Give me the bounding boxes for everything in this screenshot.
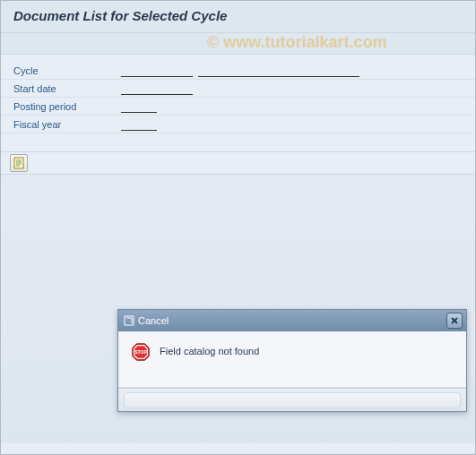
dialog-statusbar (118, 388, 466, 411)
row-cycle: Cycle (1, 62, 475, 80)
close-icon (450, 316, 459, 325)
dialog-message: Field catalog not found (160, 342, 259, 356)
document-icon (13, 157, 24, 169)
input-cycle-2[interactable] (198, 64, 359, 77)
page-title: Document List for Selected Cycle (13, 8, 463, 23)
row-start-date: Start date (1, 80, 475, 98)
dialog-titlebar: Cancel (118, 310, 466, 331)
input-fiscal-year[interactable] (121, 118, 157, 131)
application-toolbar (1, 33, 475, 55)
label-start-date: Start date (13, 83, 121, 94)
svg-rect-0 (14, 158, 23, 168)
title-bar: Document List for Selected Cycle (1, 1, 475, 33)
label-posting-period: Posting period (13, 101, 121, 112)
error-dialog: Cancel STOP Field catalog not found (117, 309, 467, 412)
dialog-expand-icon (124, 315, 134, 326)
label-fiscal-year: Fiscal year (13, 119, 121, 130)
dialog-title: Cancel (138, 315, 169, 326)
input-start-date[interactable] (121, 82, 193, 95)
input-posting-period[interactable] (121, 100, 157, 113)
svg-text:STOP: STOP (134, 349, 147, 355)
form-area: Cycle Start date Posting period Fiscal y… (1, 55, 475, 137)
display-document-button[interactable] (10, 154, 28, 172)
dialog-body: STOP Field catalog not found (118, 331, 466, 388)
input-cycle-1[interactable] (121, 64, 193, 77)
dialog-close-button[interactable] (446, 313, 463, 329)
panel-toolbar (1, 151, 475, 175)
row-posting-period: Posting period (1, 98, 475, 116)
label-cycle: Cycle (13, 65, 121, 76)
row-fiscal-year: Fiscal year (1, 116, 475, 133)
stop-icon: STOP (131, 342, 151, 362)
